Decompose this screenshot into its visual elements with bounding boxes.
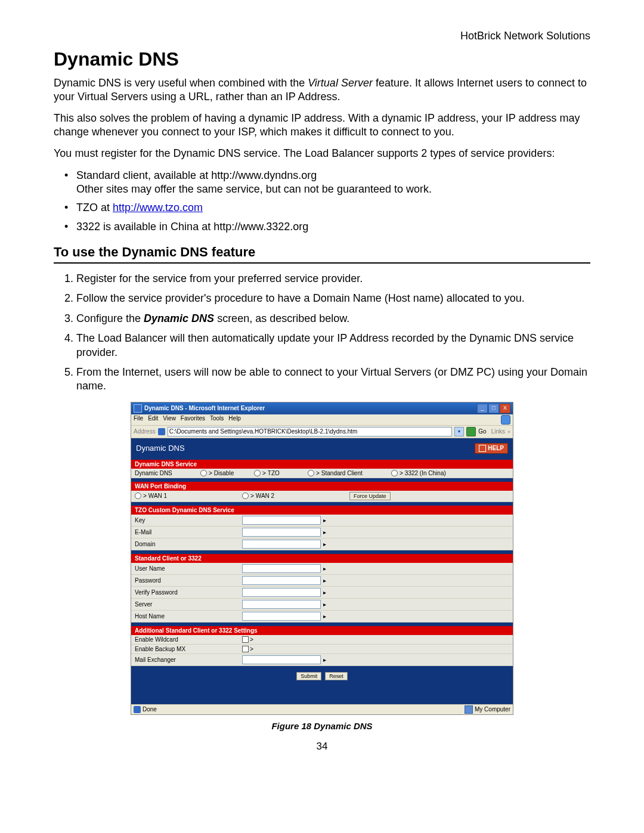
list-item: Standard client, available at http://www… <box>64 169 590 197</box>
computer-icon <box>465 705 473 714</box>
arrow-icon: ▸ <box>323 589 326 596</box>
radio-wan1[interactable]: >WAN 1 <box>135 493 242 499</box>
radio-label: Disable <box>214 470 234 476</box>
backup-mx-checkbox[interactable] <box>242 646 249 652</box>
paragraph-intro: Dynamic DNS is very useful when combined… <box>54 76 590 103</box>
password-input[interactable] <box>242 576 321 585</box>
field-label: Domain <box>135 541 242 547</box>
go-label: Go <box>478 428 486 435</box>
radio-standard[interactable]: >Standard Client <box>308 470 391 476</box>
server-input[interactable] <box>242 600 321 609</box>
figure-caption: Figure 18 Dynamic DNS <box>54 721 590 731</box>
section-standard: Standard Client or 3322 <box>131 554 513 563</box>
links-label[interactable]: Links <box>491 428 505 435</box>
list-item: Follow the service provider's procedure … <box>76 292 590 305</box>
radio-label: WAN 1 <box>148 493 167 499</box>
arrow-icon: ▸ <box>323 577 326 584</box>
paragraph-register: You must register for the Dynamic DNS se… <box>54 147 590 160</box>
section-wan-binding: WAN Port Binding <box>131 482 513 491</box>
text: Standard client, available at http://www… <box>76 169 317 181</box>
text: Dynamic DNS is very useful when combined… <box>54 77 308 89</box>
status-icon <box>134 706 141 713</box>
button-row: Submit Reset <box>131 666 513 704</box>
close-button[interactable]: X <box>500 404 510 413</box>
menu-view[interactable]: View <box>163 415 176 425</box>
address-input[interactable] <box>168 427 453 436</box>
menu-file[interactable]: File <box>134 415 143 425</box>
help-label: HELP <box>488 445 504 451</box>
virtual-server-term: Virtual Server <box>308 77 373 89</box>
arrow-icon: ▸ <box>323 517 326 524</box>
section-dns-service: Dynamic DNS Service <box>131 460 513 469</box>
verify-password-input[interactable] <box>242 588 321 597</box>
row-email: E-Mail▸ <box>131 527 513 538</box>
go-button[interactable] <box>466 427 476 436</box>
radio-label: Standard Client <box>321 470 363 476</box>
row-wan: >WAN 1 >WAN 2 Force Update <box>131 491 513 502</box>
submit-button[interactable]: Submit <box>296 672 321 680</box>
paragraph-dynamic-ip: This also solves the problem of having a… <box>54 112 590 138</box>
reset-button[interactable]: Reset <box>325 672 348 680</box>
wildcard-checkbox[interactable] <box>242 636 249 643</box>
arrow-icon: > <box>250 636 253 643</box>
row-username: User Name▸ <box>131 563 513 575</box>
field-label: Enable Backup MX <box>135 646 242 652</box>
window-titlebar[interactable]: Dynamic DNS - Microsoft Internet Explore… <box>131 402 513 414</box>
arrow-icon: ▸ <box>323 541 326 547</box>
tzo-link[interactable]: http://www.tzo.com <box>113 202 203 213</box>
text: TZO at <box>76 202 113 213</box>
radio-label: TZO <box>268 470 280 476</box>
field-label: Host Name <box>135 613 242 620</box>
force-update-button[interactable]: Force Update <box>349 492 391 500</box>
steps-list: Register for the service from your prefe… <box>54 272 590 394</box>
row-backup-mx: Enable Backup MX> <box>131 645 513 654</box>
row-key: Key▸ <box>131 515 513 527</box>
row-password: Password▸ <box>131 575 513 587</box>
arrow-icon: ▸ <box>323 565 326 572</box>
radio-label: WAN 2 <box>256 493 274 499</box>
status-bar: Done My Computer <box>131 704 513 714</box>
field-label: Enable Wildcard <box>135 636 242 643</box>
username-input[interactable] <box>242 564 321 573</box>
mail-exchanger-input[interactable] <box>242 655 321 664</box>
field-label: Key <box>135 517 242 524</box>
page-icon <box>158 428 165 435</box>
list-item: From the Internet, users will now be abl… <box>76 366 590 394</box>
section-tzo: TZO Custom Dynamic DNS Service <box>131 506 513 515</box>
field-label: User Name <box>135 565 242 572</box>
status-done: Done <box>143 706 157 713</box>
row-mail-exchanger: Mail Exchanger▸ <box>131 654 513 666</box>
screen-name: Dynamic DNS <box>144 312 214 324</box>
radio-3322[interactable]: >3322 (In China) <box>391 470 446 476</box>
list-item: TZO at http://www.tzo.com <box>64 201 590 215</box>
menu-edit[interactable]: Edit <box>148 415 158 425</box>
key-input[interactable] <box>242 516 321 525</box>
menu-favorites[interactable]: Favorites <box>181 415 205 425</box>
address-dropdown[interactable]: ▾ <box>454 427 464 436</box>
field-label: Password <box>135 577 242 584</box>
hostname-input[interactable] <box>242 612 321 621</box>
menu-help[interactable]: Help <box>228 415 241 425</box>
address-bar: Address ▾ Go Links » <box>131 426 513 438</box>
list-item: Register for the service from your prefe… <box>76 272 590 286</box>
menu-tools[interactable]: Tools <box>210 415 224 425</box>
maximize-button[interactable]: □ <box>488 404 499 413</box>
status-zone: My Computer <box>475 706 510 713</box>
field-label: E-Mail <box>135 529 242 535</box>
domain-input[interactable] <box>242 540 321 549</box>
radio-disable[interactable]: >Disable <box>200 470 254 476</box>
radio-label: 3322 (In China) <box>405 470 446 476</box>
minimize-button[interactable]: _ <box>477 404 488 413</box>
ie-logo-icon <box>501 415 510 425</box>
section-additional: Additional Standard Client or 3322 Setti… <box>131 626 513 635</box>
ie-icon <box>134 404 142 413</box>
menubar: File Edit View Favorites Tools Help <box>131 414 513 426</box>
email-input[interactable] <box>242 528 321 537</box>
row-verify-password: Verify Password▸ <box>131 587 513 599</box>
arrow-icon: ▸ <box>323 657 326 663</box>
radio-wan2[interactable]: >WAN 2 <box>242 493 349 499</box>
header-company: HotBrick Network Solutions <box>54 30 590 42</box>
list-item: 3322 is available in China at http://www… <box>64 220 590 234</box>
help-button[interactable]: HELP <box>475 443 508 454</box>
radio-tzo[interactable]: >TZO <box>254 470 308 476</box>
